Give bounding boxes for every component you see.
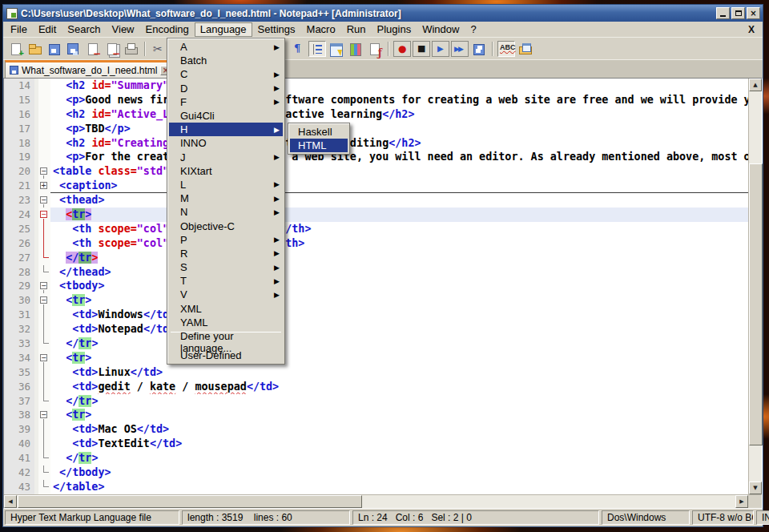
code-line[interactable]: <p>Good news first: most of the software… (50, 93, 748, 107)
language-menu-item-j[interactable]: J▶ (169, 151, 283, 164)
code-line[interactable]: </tr> (50, 394, 748, 409)
code-line[interactable]: <td>Notepad</td> (50, 322, 748, 337)
line-number[interactable]: 41 (4, 451, 34, 466)
code-line[interactable]: </tr> (50, 337, 748, 351)
language-menu-item-r[interactable]: R▶ (169, 247, 283, 260)
vertical-scrollbar[interactable]: ▲ ▼ (748, 79, 762, 494)
code-line[interactable]: <p>TBD</p> (50, 122, 748, 136)
macro-stop-icon[interactable] (413, 41, 430, 57)
code-line[interactable]: <td>Linux</td> (50, 365, 748, 380)
line-number[interactable]: 34 (4, 351, 34, 365)
menu-encoding[interactable]: Encoding (140, 22, 195, 37)
line-number[interactable]: 20 (4, 164, 34, 179)
line-number[interactable]: 19 (4, 150, 34, 164)
menu-edit[interactable]: Edit (33, 22, 62, 37)
code-line[interactable]: <tr> (50, 208, 748, 222)
function-list-icon[interactable] (366, 41, 384, 57)
menu-file[interactable]: File (5, 22, 33, 37)
language-menu-item-kixtart[interactable]: KIXtart (169, 164, 283, 178)
maximize-button[interactable] (731, 7, 745, 19)
spell-check-icon[interactable] (497, 41, 515, 57)
fold-expand-icon[interactable]: + (38, 179, 50, 193)
language-menu-item-haskell[interactable]: Haskell (290, 125, 348, 139)
code-line[interactable]: </tr> (50, 251, 748, 265)
menu-window[interactable]: Window (417, 22, 465, 37)
line-number[interactable]: 39 (4, 422, 34, 437)
language-menu-item-n[interactable]: N▶ (169, 205, 283, 219)
fold-collapse-icon[interactable]: − (38, 408, 50, 422)
language-menu-item-p[interactable]: P▶ (169, 233, 283, 247)
code-line[interactable]: <h2 id="Summary">Summary</h2> (50, 79, 748, 93)
line-number[interactable]: 23 (4, 193, 34, 208)
code-line[interactable]: <h2 id="Creating_and_Editing">Creating a… (50, 136, 748, 151)
line-number[interactable]: 38 (4, 408, 34, 422)
code-line[interactable]: </thead> (50, 265, 748, 280)
line-number[interactable]: 28 (4, 265, 34, 280)
line-number[interactable]: 17 (4, 122, 34, 136)
language-menu-item-gui4cli[interactable]: Gui4Cli (169, 109, 283, 123)
scroll-down-icon[interactable]: ▼ (749, 482, 762, 494)
fold-collapse-icon[interactable]: − (38, 193, 50, 208)
line-number[interactable]: 14 (4, 79, 34, 93)
menu-search[interactable]: Search (62, 22, 106, 37)
code-line[interactable]: <p>For the creation and editing of a web… (50, 150, 748, 164)
menubar-close-button[interactable]: X (748, 24, 755, 35)
language-menu-item-define-your-language[interactable]: Define your language... (169, 335, 283, 349)
language-menu-item-s[interactable]: S▶ (169, 260, 283, 274)
language-menu-item-l[interactable]: L▶ (169, 178, 283, 191)
language-menu-item-v[interactable]: V▶ (169, 288, 283, 301)
line-number[interactable]: 30 (4, 293, 34, 308)
language-menu-item-f[interactable]: F▶ (169, 95, 283, 109)
line-number[interactable]: 29 (4, 279, 34, 293)
language-menu-item-t[interactable]: T▶ (169, 274, 283, 288)
language-menu-item-h[interactable]: H▶ (169, 123, 283, 136)
macro-save-icon[interactable] (470, 41, 488, 57)
vertical-scrollbar-thumb[interactable] (749, 163, 763, 445)
horizontal-scrollbar[interactable]: ◀ ▶ (4, 494, 762, 508)
code-line[interactable]: <table class="std"> (50, 164, 748, 179)
save-icon[interactable] (46, 41, 63, 57)
menu-help[interactable]: ? (465, 22, 481, 37)
language-menu-item-objective-c[interactable]: Objective-C (169, 219, 283, 232)
line-number[interactable]: 25 (4, 222, 34, 236)
line-number[interactable]: 32 (4, 322, 34, 337)
code-line[interactable]: <tr> (50, 293, 748, 308)
code-line[interactable]: <th scope="col">Editor programs</th> (50, 236, 748, 251)
tab-what-software-do-i-need[interactable]: What_software_do_I_need.html × (5, 60, 175, 78)
language-menu-item-xml[interactable]: XML (169, 302, 283, 316)
macro-run-multiple-icon[interactable] (451, 41, 469, 57)
line-number[interactable]: 24 (4, 208, 34, 222)
show-all-characters-icon[interactable] (289, 41, 307, 57)
line-number[interactable]: 31 (4, 308, 34, 322)
menu-settings[interactable]: Settings (252, 22, 301, 37)
code-editor[interactable]: 14 <h2 id="Summary">Summary</h2>15 <p>Go… (4, 79, 748, 494)
line-number[interactable]: 35 (4, 365, 34, 380)
language-menu-item-m[interactable]: M▶ (169, 191, 283, 205)
code-line[interactable]: <th scope="col">Operating system</th> (50, 222, 748, 236)
code-line[interactable]: </tr> (50, 451, 748, 466)
close-file-icon[interactable] (84, 41, 102, 57)
macro-record-icon[interactable] (393, 41, 411, 57)
minimize-button[interactable] (716, 7, 730, 19)
line-number[interactable]: 21 (4, 179, 34, 193)
code-line[interactable]: <td>Mac OS</td> (50, 422, 748, 437)
close-all-icon[interactable] (103, 41, 121, 57)
line-number[interactable]: 40 (4, 437, 34, 451)
code-line[interactable]: </table> (50, 480, 748, 494)
line-number[interactable]: 37 (4, 394, 34, 409)
line-number[interactable]: 18 (4, 136, 34, 151)
code-line[interactable]: <thead> (50, 193, 748, 208)
code-line[interactable]: <caption> (50, 179, 748, 193)
status-encoding[interactable]: UTF-8 w/o BOM (692, 510, 754, 525)
fold-collapse-icon[interactable]: − (38, 208, 50, 222)
horizontal-scrollbar-thumb[interactable] (18, 495, 362, 508)
fold-collapse-icon[interactable]: − (38, 293, 50, 308)
line-number[interactable]: 33 (4, 337, 34, 351)
fold-collapse-icon[interactable]: − (38, 164, 50, 179)
spell-check-settings-icon[interactable] (517, 41, 534, 57)
monitoring-icon[interactable] (328, 41, 345, 57)
macro-play-icon[interactable] (432, 41, 449, 57)
fold-collapse-icon[interactable]: − (38, 351, 50, 365)
line-number[interactable]: 36 (4, 380, 34, 394)
code-line[interactable]: </tbody> (50, 466, 748, 480)
